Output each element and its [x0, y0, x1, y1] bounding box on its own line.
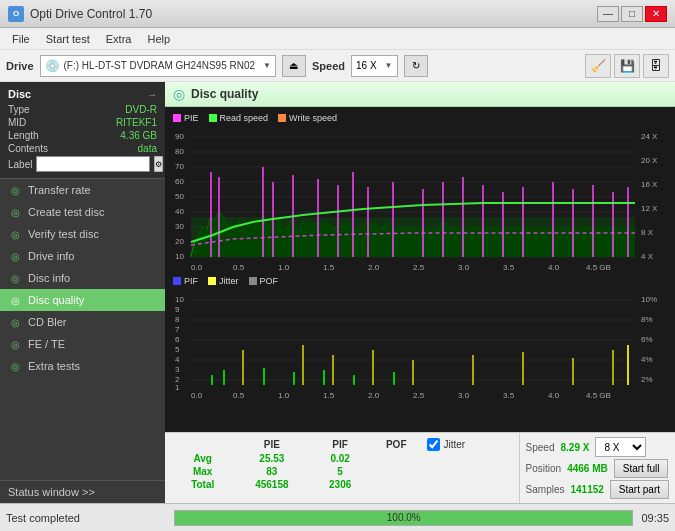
- sidebar-item-status-window[interactable]: Status window >>: [0, 480, 165, 503]
- start-part-button[interactable]: Start part: [610, 480, 669, 499]
- sidebar: Disc → Type DVD-R MID RITEKF1 Length 4.3…: [0, 82, 165, 503]
- disc-arrow-icon[interactable]: →: [147, 89, 157, 100]
- speed-select[interactable]: 16 X ▼: [351, 55, 398, 77]
- position-label: Position: [526, 463, 562, 474]
- svg-text:7: 7: [175, 325, 180, 334]
- lower-chart: 10 9 8 7 6 5 4 3 2 1 10% 8% 6% 4% 2%: [173, 290, 663, 400]
- svg-rect-91: [323, 370, 325, 385]
- stats-right: Speed 8.29 X 8 X 16 X Position 4466 MB S…: [519, 433, 675, 503]
- svg-text:60: 60: [175, 177, 184, 186]
- transfer-rate-icon: ◎: [8, 185, 22, 196]
- svg-rect-88: [223, 370, 225, 385]
- eject-button[interactable]: ⏏: [282, 55, 306, 77]
- sidebar-label-extra-tests: Extra tests: [28, 360, 80, 372]
- speed-label: Speed: [312, 60, 345, 72]
- charts-container: PIE Read speed Write speed 90 80 70: [165, 107, 675, 432]
- disc-contents-value: data: [138, 143, 157, 154]
- sidebar-item-drive-info[interactable]: ◎ Drive info: [0, 245, 165, 267]
- menu-start-test[interactable]: Start test: [38, 31, 98, 47]
- close-button[interactable]: ✕: [645, 6, 667, 22]
- sidebar-item-disc-quality[interactable]: ◎ Disc quality: [0, 289, 165, 311]
- disc-length-value: 4.36 GB: [120, 130, 157, 141]
- svg-text:4.0: 4.0: [548, 263, 560, 272]
- svg-text:4.0: 4.0: [548, 391, 560, 400]
- disc-panel-title: Disc: [8, 88, 31, 100]
- svg-text:3.5: 3.5: [503, 391, 515, 400]
- svg-text:2.5: 2.5: [413, 391, 425, 400]
- status-bar: Test completed 100.0% 09:35: [0, 503, 675, 531]
- svg-text:3.0: 3.0: [458, 263, 470, 272]
- avg-pif-value: 0.02: [311, 452, 369, 465]
- save-button[interactable]: 🗄: [643, 54, 669, 78]
- pof-legend-label: POF: [260, 276, 279, 286]
- menu-help[interactable]: Help: [139, 31, 178, 47]
- pif-legend-label: PIF: [184, 276, 198, 286]
- stats-row: PIE PIF POF Jitter Avg 25.53: [165, 432, 675, 503]
- max-label: Max: [173, 465, 232, 478]
- maximize-button[interactable]: □: [621, 6, 643, 22]
- svg-text:5: 5: [175, 345, 180, 354]
- col-header-pie: PIE: [232, 437, 311, 452]
- speed-value: 16 X: [356, 60, 377, 71]
- svg-rect-87: [211, 375, 213, 385]
- drive-label: Drive: [6, 60, 34, 72]
- disc-label-settings-button[interactable]: ⚙: [154, 156, 163, 172]
- jitter-checkbox[interactable]: [427, 438, 440, 451]
- svg-rect-93: [393, 372, 395, 385]
- sidebar-label-drive-info: Drive info: [28, 250, 74, 262]
- disc-label-label: Label: [8, 159, 32, 170]
- svg-text:4: 4: [175, 355, 180, 364]
- lower-chart-wrapper: 10 9 8 7 6 5 4 3 2 1 10% 8% 6% 4% 2%: [173, 290, 667, 400]
- title-bar: O Opti Drive Control 1.70 — □ ✕: [0, 0, 675, 28]
- speed-dropdown[interactable]: 8 X 16 X: [595, 437, 646, 457]
- disc-type-value: DVD-R: [125, 104, 157, 115]
- refresh-button[interactable]: ↻: [404, 55, 428, 77]
- sidebar-item-disc-info[interactable]: ◎ Disc info: [0, 267, 165, 289]
- app-icon: O: [8, 6, 24, 22]
- upper-chart-wrapper: 90 80 70 60 50 40 30 20 10 24 X 20 X 16 …: [173, 127, 667, 272]
- sidebar-item-verify-test-disc[interactable]: ◎ Verify test disc: [0, 223, 165, 245]
- eraser-button[interactable]: 🧹: [585, 54, 611, 78]
- menu-file[interactable]: File: [4, 31, 38, 47]
- sidebar-item-transfer-rate[interactable]: ◎ Transfer rate: [0, 179, 165, 201]
- sidebar-item-cd-bler[interactable]: ◎ CD Bler: [0, 311, 165, 333]
- svg-text:4%: 4%: [641, 355, 653, 364]
- sidebar-item-fe-te[interactable]: ◎ FE / TE: [0, 333, 165, 355]
- disc-quality-icon: ◎: [8, 295, 22, 306]
- svg-text:24 X: 24 X: [641, 132, 658, 141]
- total-label: Total: [173, 478, 232, 491]
- svg-text:4.5 GB: 4.5 GB: [586, 391, 611, 400]
- drive-dropdown-arrow: ▼: [263, 61, 271, 70]
- svg-text:40: 40: [175, 207, 184, 216]
- menu-extra[interactable]: Extra: [98, 31, 140, 47]
- svg-text:70: 70: [175, 162, 184, 171]
- burn-button[interactable]: 💾: [614, 54, 640, 78]
- sidebar-item-create-test-disc[interactable]: ◎ Create test disc: [0, 201, 165, 223]
- svg-text:12 X: 12 X: [641, 204, 658, 213]
- svg-rect-92: [353, 375, 355, 385]
- svg-rect-90: [293, 372, 295, 385]
- jitter-checkbox-row: Jitter: [427, 438, 506, 451]
- disc-length-label: Length: [8, 130, 39, 141]
- drive-select[interactable]: 💿 (F:) HL-DT-ST DVDRAM GH24NS95 RN02 ▼: [40, 55, 276, 77]
- sidebar-label-disc-quality: Disc quality: [28, 294, 84, 306]
- status-time: 09:35: [641, 512, 669, 524]
- sidebar-item-extra-tests[interactable]: ◎ Extra tests: [0, 355, 165, 377]
- svg-text:2%: 2%: [641, 375, 653, 384]
- jitter-label: Jitter: [443, 439, 465, 450]
- stats-table: PIE PIF POF Jitter Avg 25.53: [173, 437, 511, 491]
- disc-quality-header-icon: ◎: [173, 86, 185, 102]
- svg-text:20 X: 20 X: [641, 156, 658, 165]
- svg-text:8 X: 8 X: [641, 228, 654, 237]
- disc-label-input[interactable]: [36, 156, 150, 172]
- app-title: Opti Drive Control 1.70: [30, 7, 152, 21]
- cd-bler-icon: ◎: [8, 317, 22, 328]
- svg-text:30: 30: [175, 222, 184, 231]
- samples-value: 141152: [570, 484, 603, 495]
- disc-info-panel: Disc → Type DVD-R MID RITEKF1 Length 4.3…: [0, 82, 165, 179]
- disc-info-icon: ◎: [8, 273, 22, 284]
- max-pie-value: 83: [232, 465, 311, 478]
- start-full-button[interactable]: Start full: [614, 459, 669, 478]
- minimize-button[interactable]: —: [597, 6, 619, 22]
- drive-info-icon: ◎: [8, 251, 22, 262]
